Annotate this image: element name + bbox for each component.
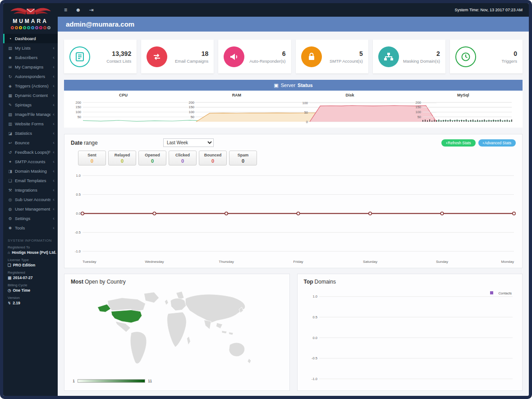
svg-text:150: 150 (415, 105, 421, 109)
menu-icon[interactable]: ≡ (64, 7, 67, 13)
system-info-version: Version ↯2.19 (3, 294, 58, 307)
spintags-icon: ✎ (8, 103, 13, 107)
stat-card-label: Contact Lists (106, 59, 131, 64)
sidebar-item-website-forms[interactable]: ▥ Website Forms ‹ (3, 119, 58, 128)
chevron-right-icon: › (446, 141, 447, 145)
lists-icon: ▤ (8, 46, 13, 50)
server-chart-label: Disk (298, 93, 402, 98)
svg-text:0: 0 (306, 120, 307, 124)
map-india (204, 320, 211, 330)
advanced-stats-button[interactable]: ›Advanced Stats (478, 139, 516, 147)
sidebar-item-image-file-manager[interactable]: ▧ Image/File Manager ‹ (3, 110, 58, 119)
chevron-left-icon: ‹ (53, 93, 55, 98)
sidebar-item-statistics[interactable]: ◪ Statistics ‹ (3, 128, 58, 138)
svg-text:Friday: Friday (293, 260, 303, 264)
sidebar-item-settings[interactable]: ⚙ Settings ‹ (3, 214, 58, 223)
logo-dot (39, 26, 42, 29)
map-africa (167, 312, 187, 347)
sidebar-item-domain-masking[interactable]: ◨ Domain Masking ‹ (3, 166, 58, 176)
sidebar-item-tools[interactable]: ✱ Tools ‹ (3, 223, 58, 233)
sidebar-item-triggers-actions[interactable]: ◈ Triggers (Actions) ‹ (3, 81, 58, 91)
server-chart-cpu: CPU20015010050 (67, 93, 180, 124)
system-info-license-type: License Type ❑PRO Edition (3, 257, 58, 269)
svg-text:-1.0: -1.0 (75, 249, 81, 253)
server-chart-disk: Disk100500 (294, 93, 407, 124)
sidebar-item-subscribers[interactable]: ☻ Subscribers ‹ (3, 53, 58, 62)
sidebar-item-dashboard[interactable]: ◔ Dashboard (3, 34, 58, 43)
stat-card-masking-domain-s: 2 Masking Domain(s) (373, 40, 445, 73)
logo-dot (43, 26, 46, 29)
tools-icon: ✱ (8, 226, 13, 230)
smtp-accounts-icon: ✦ (8, 160, 13, 164)
date-range-header: Daterange Last Week ›Refresh Stats ›Adva… (64, 134, 522, 150)
weekly-stats-chart: 1.00.50.0-0.5-1.0TuesdayWednesdayThursda… (67, 167, 518, 264)
logo-dot (31, 26, 34, 29)
sub-user-accounts-icon: ◎ (8, 197, 13, 202)
app-window: MUMARA ◔ Dashboard ▤ My Lists ‹ ☻ Subscr… (3, 3, 529, 396)
svg-text:Monday: Monday (501, 260, 514, 264)
stat-card-label: Email Campaigns (175, 59, 208, 64)
stat-box-sent: Sent 0 (78, 151, 106, 165)
sidebar: MUMARA ◔ Dashboard ▤ My Lists ‹ ☻ Subscr… (3, 3, 58, 396)
sidebar-item-my-campaigns[interactable]: ✉ My Campaigns ‹ (3, 62, 58, 72)
sidebar-item-sub-user-accounts[interactable]: ◎ Sub User Accounts ‹ (3, 195, 58, 204)
app-frame: MUMARA ◔ Dashboard ▤ My Lists ‹ ☻ Subscr… (0, 0, 532, 399)
date-range-title: Daterange (71, 140, 163, 146)
user-icon[interactable]: ☻ (75, 7, 81, 13)
calendar-icon: ▦ (8, 275, 11, 280)
refresh-stats-button[interactable]: ›Refresh Stats (441, 139, 475, 147)
campaigns-icon: ✉ (8, 65, 13, 69)
sidebar-item-feedback-loops-fbl[interactable]: ↺ Feedback Loops(FBL) ‹ (3, 147, 58, 157)
svg-text:Wednesday: Wednesday (145, 260, 164, 264)
stat-box-opened: Opened 0 (138, 151, 166, 165)
server-status-title-strong: Status (298, 83, 313, 88)
masking-domains-icon (378, 46, 399, 67)
stat-box-bounced: Bounced 0 (199, 151, 227, 165)
email-templates-icon: ❏ (8, 179, 13, 183)
svg-text:-1.0: -1.0 (312, 377, 317, 381)
server-chart-label: MySql (411, 93, 515, 98)
chevron-left-icon: ‹ (53, 169, 55, 174)
file-manager-icon: ▧ (8, 112, 13, 117)
stat-card-contact-lists: 13,392 Contact Lists (64, 40, 137, 73)
sidebar-item-email-templates[interactable]: ❏ Email Templates ‹ (3, 176, 58, 185)
sidebar-item-smtp-accounts[interactable]: ✦ SMTP Accounts ‹ (3, 157, 58, 166)
content: 13,392 Contact Lists 18 Email Campaigns … (58, 32, 529, 396)
svg-text:Sunday: Sunday (436, 260, 448, 264)
svg-text:Tuesday: Tuesday (83, 260, 96, 264)
smtp-lock-icon (301, 46, 322, 67)
server-chart-mysql: MySql20015010050 (407, 93, 520, 124)
sidebar-item-autoresponders[interactable]: ↻ Autoresponders ‹ (3, 72, 58, 81)
sidebar-item-integrations[interactable]: ⚒ Integrations ‹ (3, 185, 58, 195)
stat-box-relayed: Relayed 0 (108, 151, 136, 165)
svg-text:0.5: 0.5 (312, 315, 317, 319)
system-info-heading: SYSTEM INFORMATION (3, 233, 58, 244)
server-status-title: Server (281, 83, 295, 88)
date-range-select[interactable]: Last Week (163, 138, 214, 147)
user-management-icon: ◍ (8, 207, 13, 211)
sidebar-item-bounce[interactable]: ↩ Bounce ‹ (3, 138, 58, 147)
monitor-icon: ▣ (274, 83, 278, 88)
chevron-left-icon: ‹ (53, 46, 55, 50)
sidebar-item-spintags[interactable]: ✎ Spintags ‹ (3, 100, 58, 110)
sidebar-item-dynamic-content[interactable]: ▦ Dynamic Content ‹ (3, 91, 58, 100)
map-indonesia (222, 330, 227, 333)
dynamic-content-icon: ▦ (8, 93, 13, 98)
sidebar-item-user-management[interactable]: ◍ User Management ‹ (3, 204, 58, 214)
svg-text:100: 100 (415, 110, 421, 114)
chevron-left-icon: ‹ (53, 55, 55, 60)
svg-text:50: 50 (78, 115, 81, 119)
svg-text:50: 50 (417, 115, 421, 119)
logo-dots (6, 26, 55, 29)
stat-card-email-campaigns: 18 Email Campaigns (141, 40, 214, 73)
svg-text:-0.5: -0.5 (312, 356, 317, 360)
logout-icon[interactable]: ⇥ (89, 7, 94, 13)
chevron-left-icon: ‹ (53, 64, 55, 69)
svg-text:Contacts: Contacts (498, 291, 512, 295)
sidebar-item-my-lists[interactable]: ▤ My Lists ‹ (3, 43, 58, 53)
logo-dot (23, 26, 26, 29)
map-europe (170, 298, 186, 311)
world-map[interactable] (71, 289, 283, 374)
svg-text:200: 200 (189, 101, 195, 105)
system-info-registered-to: Registered To ⌂Hostigs House (Pvt) Ltd. (3, 244, 58, 257)
